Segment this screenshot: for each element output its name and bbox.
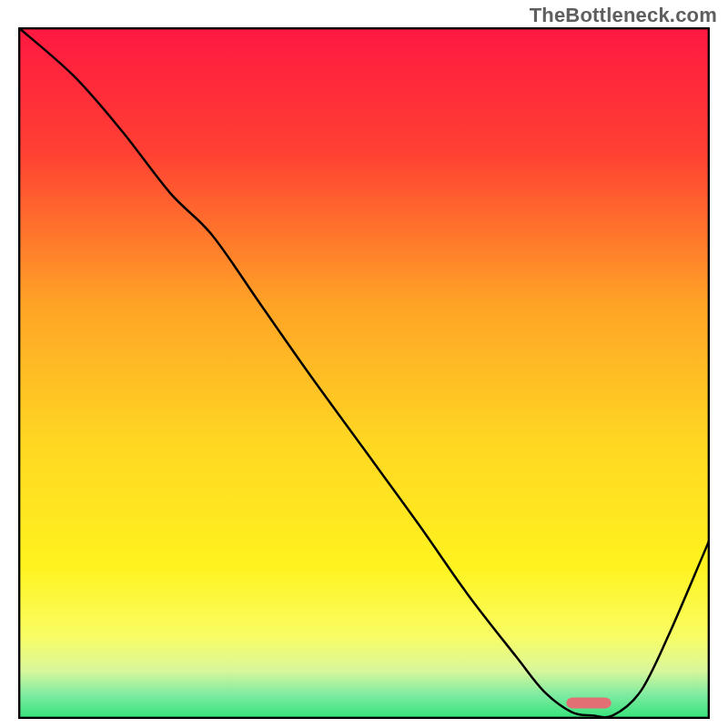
watermark-text: TheBottleneck.com bbox=[530, 4, 717, 27]
chart-marker bbox=[566, 697, 611, 708]
chart-svg bbox=[18, 27, 710, 719]
chart-plot-area bbox=[18, 27, 710, 719]
